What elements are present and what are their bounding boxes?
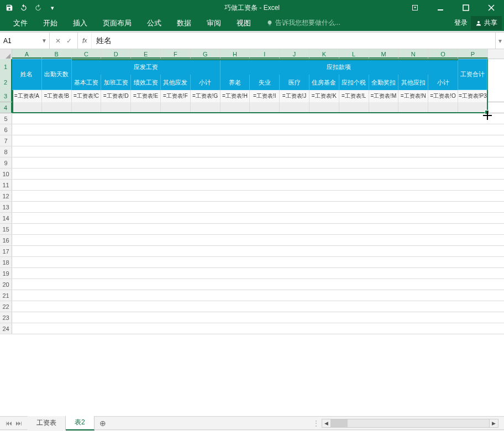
row-header[interactable]: 17 (0, 246, 12, 256)
tab-view[interactable]: 视图 (229, 15, 259, 31)
name-box[interactable]: A1 ▼ (0, 33, 50, 49)
maximize-button[interactable] (453, 0, 479, 15)
formula-cell[interactable]: =工资表!J (280, 90, 309, 102)
formula-cell[interactable]: =工资表!N (398, 90, 428, 102)
new-sheet-button[interactable]: ⊕ (95, 419, 111, 428)
formula-cell[interactable]: =工资表!K (309, 90, 339, 102)
ribbon-options-button[interactable] (402, 0, 428, 15)
row-header[interactable]: 7 (0, 135, 12, 146)
row-header[interactable]: 10 (0, 169, 12, 179)
tab-insert[interactable]: 插入 (65, 15, 95, 31)
row-header[interactable]: 16 (0, 235, 12, 245)
formula-cell[interactable]: =工资表!C (72, 90, 102, 102)
column-header[interactable]: F (161, 49, 191, 59)
undo-button[interactable] (18, 2, 30, 14)
empty-cell[interactable] (101, 102, 131, 113)
empty-cell[interactable] (131, 102, 161, 113)
formula-cell[interactable]: =工资表!O (428, 90, 458, 102)
column-header[interactable]: C (72, 49, 102, 59)
horizontal-scrollbar[interactable]: ◀ ▶ (322, 419, 498, 428)
scroll-left-button[interactable]: ◀ (322, 419, 331, 427)
column-header[interactable]: O (428, 49, 458, 59)
column-header[interactable]: L (339, 49, 369, 59)
sheet-nav-first[interactable]: ⏮ (6, 419, 12, 427)
tab-review[interactable]: 审阅 (199, 15, 229, 31)
scroll-track[interactable] (331, 419, 489, 427)
column-header[interactable]: J (280, 49, 309, 59)
tab-data[interactable]: 数据 (169, 15, 199, 31)
empty-cell[interactable] (280, 102, 309, 113)
redo-button[interactable] (32, 2, 44, 14)
empty-cell[interactable] (339, 102, 369, 113)
column-header[interactable]: B (42, 49, 72, 59)
column-header[interactable]: I (250, 49, 280, 59)
empty-cell[interactable] (309, 102, 339, 113)
formula-enter-button[interactable]: ✓ (66, 37, 72, 45)
column-header[interactable]: D (101, 49, 131, 59)
save-button[interactable] (3, 2, 15, 14)
empty-cell[interactable] (250, 102, 280, 113)
formula-cell[interactable]: =工资表!F (161, 90, 191, 102)
tab-home[interactable]: 开始 (35, 15, 65, 31)
qat-customize-button[interactable]: ▾ (46, 2, 59, 14)
row-header[interactable]: 12 (0, 191, 12, 201)
empty-cell[interactable] (12, 102, 42, 113)
row-header[interactable]: 8 (0, 146, 12, 157)
empty-cell[interactable] (42, 102, 72, 113)
formula-cell[interactable]: =工资表!A (12, 90, 42, 102)
sheet-tab-0[interactable]: 工资表 (28, 416, 66, 430)
empty-cell[interactable] (161, 102, 191, 113)
tell-me-box[interactable]: 告诉我您想要做什么... (266, 18, 340, 28)
worksheet-grid[interactable]: ABCDEFGHIJKLMNOP 1 姓名 出勤天数 应发工资 应扣款项 工资合… (0, 49, 504, 416)
row-header[interactable]: 3 (0, 90, 12, 102)
empty-cell[interactable] (428, 102, 458, 113)
column-header[interactable]: E (131, 49, 161, 59)
formula-cell[interactable]: =工资表!B (42, 90, 72, 102)
row-header[interactable]: 9 (0, 157, 12, 168)
row-header[interactable]: 20 (0, 279, 12, 290)
row-header[interactable]: 18 (0, 257, 12, 267)
select-all-button[interactable] (0, 49, 12, 59)
split-bar[interactable]: ⋮ (313, 419, 319, 427)
formula-cell[interactable]: =工资表!I (250, 90, 280, 102)
column-header[interactable]: M (369, 49, 399, 59)
column-header[interactable]: P (458, 49, 488, 59)
empty-cell[interactable] (221, 102, 250, 113)
minimize-button[interactable] (428, 0, 453, 15)
scroll-right-button[interactable]: ▶ (489, 419, 498, 427)
empty-cell[interactable] (72, 102, 102, 113)
formula-cell[interactable]: =工资表!P3 (458, 90, 488, 102)
tab-formulas[interactable]: 公式 (139, 15, 169, 31)
row-header[interactable]: 15 (0, 224, 12, 234)
empty-cell[interactable] (191, 102, 221, 113)
row-header[interactable]: 4 (0, 102, 12, 113)
login-button[interactable]: 登录 (454, 18, 468, 28)
row-header[interactable]: 23 (0, 312, 12, 323)
row-header[interactable]: 2 (0, 75, 12, 90)
row-header[interactable]: 24 (0, 323, 12, 334)
formula-cell[interactable]: =工资表!E (131, 90, 161, 102)
insert-function-button[interactable]: fx (78, 33, 92, 49)
scroll-thumb[interactable] (331, 419, 348, 427)
expand-formula-button[interactable]: ▾ (495, 33, 504, 49)
row-header[interactable]: 5 (0, 113, 12, 124)
row-header[interactable]: 6 (0, 124, 12, 135)
row-header[interactable]: 1 (0, 59, 12, 75)
column-header[interactable]: G (191, 49, 221, 59)
column-header[interactable]: H (221, 49, 250, 59)
formula-cell[interactable]: =工资表!M (369, 90, 399, 102)
row-header[interactable]: 22 (0, 301, 12, 312)
tab-file[interactable]: 文件 (6, 15, 35, 31)
formula-input[interactable]: 姓名 (92, 33, 495, 49)
row-header[interactable]: 19 (0, 268, 12, 278)
sheet-tab-1[interactable]: 表2 (66, 416, 95, 430)
row-header[interactable]: 14 (0, 213, 12, 223)
close-button[interactable] (479, 0, 504, 15)
empty-cell[interactable] (398, 102, 428, 113)
formula-cell[interactable]: =工资表!G (191, 90, 221, 102)
row-header[interactable]: 11 (0, 180, 12, 190)
formula-cell[interactable]: =工资表!L (339, 90, 369, 102)
empty-cell[interactable] (458, 102, 488, 113)
formula-cancel-button[interactable]: ✕ (55, 37, 61, 45)
formula-cell[interactable]: =工资表!D (101, 90, 131, 102)
